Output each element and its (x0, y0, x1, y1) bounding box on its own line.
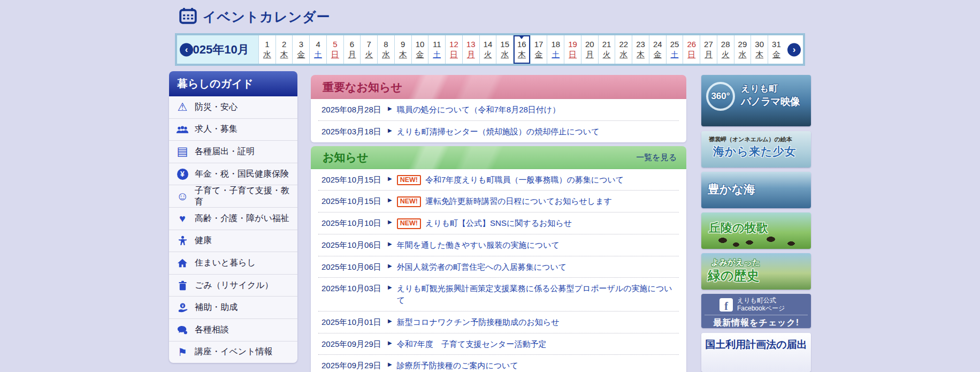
calendar-day-22[interactable]: 22水 (615, 35, 632, 64)
calendar-day-1[interactable]: 1水 (258, 35, 275, 64)
banner-panorama-video[interactable]: 360°えりも町パノラマ映像 (701, 75, 811, 126)
calendar-next-icon[interactable]: › (787, 43, 801, 56)
day-weekday: 木 (755, 50, 763, 60)
sidebar-item-label: 年金・税・国民健康保険 (195, 169, 289, 180)
calendar-day-19[interactable]: 19日 (564, 35, 581, 64)
calendar-day-9[interactable]: 9木 (394, 35, 411, 64)
bullet-arrow-icon: ▶ (388, 105, 392, 111)
banner-picture-book[interactable]: 襟裳岬（オンネエルム）の絵本海から来た少女 (701, 131, 811, 168)
banner-green-history[interactable]: よみがえった緑の歴史 (701, 253, 811, 290)
day-weekday: 日 (450, 50, 458, 60)
day-weekday: 土 (433, 50, 441, 60)
banner-rich-sea[interactable]: 豊かな海 (701, 172, 811, 208)
sidebar-item-10[interactable]: ¥補助・助成 (169, 296, 297, 318)
banner-pastoral-hills[interactable]: 丘陵の牧歌 (701, 212, 811, 249)
calendar-day-26[interactable]: 26日 (683, 35, 700, 64)
calendar-day-18[interactable]: 18土 (547, 35, 564, 64)
facebook-row: fえりも町公式Facebookページ (701, 294, 811, 315)
calendar-day-25[interactable]: 25土 (666, 35, 683, 64)
calendar-day-7[interactable]: 7火 (360, 35, 377, 64)
calendar-day-8[interactable]: 8水 (377, 35, 394, 64)
calendar-day-17[interactable]: 17金 (530, 35, 547, 64)
calendar-day-27[interactable]: 27月 (700, 35, 717, 64)
day-weekday: 水 (263, 50, 271, 60)
sidebar-item-label: 子育て・子育て支援・教育 (195, 185, 291, 208)
calendar-day-24[interactable]: 24金 (649, 35, 666, 64)
news-link[interactable]: 新型コロナワクチン予防接種助成のお知らせ (397, 316, 560, 328)
calendar-day-13[interactable]: 13月 (462, 35, 479, 64)
calendar-day-12[interactable]: 12日 (445, 35, 462, 64)
day-weekday: 土 (552, 50, 560, 60)
calendar-day-28[interactable]: 28火 (717, 35, 734, 64)
day-number: 7 (367, 40, 371, 50)
smiley-icon: ☺ (175, 189, 189, 203)
bullet-arrow-icon: ▶ (388, 219, 392, 225)
day-number: 30 (755, 40, 764, 50)
news-row: 2025年10月15日▶NEW!運転免許更新時講習の日程についてお知らせします (318, 191, 679, 212)
calendar-day-23[interactable]: 23木 (632, 35, 649, 64)
calendar-prev-icon[interactable]: ‹ (180, 43, 193, 56)
banner-land-use-notice[interactable]: 国土利用計画法の届出 (701, 333, 811, 372)
news-link[interactable]: 診療所予防接種のご案内について (397, 360, 518, 371)
day-weekday: 日 (687, 50, 695, 60)
sidebar-item-6[interactable]: ♥高齢・介護・障がい福祉 (169, 207, 297, 230)
main-column: 重要なお知らせ 2025年08月28日▶職員の処分について（令和7年8月28日付… (311, 75, 686, 372)
news-link[interactable]: 令和7年度 子育て支援センター活動予定 (397, 338, 547, 350)
news-link[interactable]: えりも町清掃センター（焼却施設）の焼却停止について (397, 126, 600, 138)
sidebar-item-3[interactable]: ▤各種届出・証明 (169, 140, 297, 163)
news-link[interactable]: 職員の処分について（令和7年8月28日付け） (397, 104, 560, 116)
news-link[interactable]: NEW!えりも町【公式】SNSに関するお知らせ (397, 217, 572, 229)
news-view-all-link[interactable]: 一覧を見る (636, 153, 686, 163)
sidebar-item-2[interactable]: 求人・募集 (169, 118, 297, 141)
new-badge: NEW! (397, 175, 421, 186)
news-link[interactable]: NEW!令和7年度えりも町職員（一般事務職）の募集について (397, 174, 624, 186)
calendar-day-29[interactable]: 29水 (734, 35, 751, 64)
subsidy-icon: ¥ (175, 302, 189, 313)
news-row: 2025年10月06日▶外国人就労者の町営住宅への入居募集について (318, 256, 679, 278)
calendar-day-14[interactable]: 14火 (479, 35, 496, 64)
sidebar-item-11[interactable]: 各種相談 (169, 318, 297, 341)
banner-facebook[interactable]: fえりも町公式Facebookページ最新情報をチェック! (701, 294, 811, 328)
sidebar-menu: ⚠防災・安心求人・募集▤各種届出・証明¥年金・税・国民健康保険☺子育て・子育て支… (169, 96, 297, 363)
sidebar-item-5[interactable]: ☺子育て・子育て支援・教育 (169, 185, 297, 207)
day-number: 19 (568, 40, 577, 50)
day-number: 26 (687, 40, 696, 50)
calendar-day-10[interactable]: 10金 (411, 35, 428, 64)
calendar-day-21[interactable]: 21火 (598, 35, 615, 64)
calendar-icon (179, 7, 197, 26)
calendar-day-16[interactable]: 16木 (513, 35, 530, 64)
day-weekday: 月 (586, 50, 594, 60)
calendar-day-5[interactable]: 5日 (326, 35, 343, 64)
calendar-day-31[interactable]: 31金 (768, 35, 785, 64)
calendar-day-15[interactable]: 15水 (496, 35, 513, 64)
calendar-day-4[interactable]: 4土 (309, 35, 326, 64)
calendar-day-2[interactable]: 2木 (275, 35, 293, 64)
sidebar-item-7[interactable]: 健康 (169, 230, 297, 252)
day-weekday: 木 (637, 50, 645, 60)
news-link[interactable]: えりも町観光振興計画策定支援業務に係る公募型プロポーザルの実施について (397, 283, 676, 306)
news-date: 2025年10月15日 (321, 195, 385, 207)
day-number: 21 (602, 40, 611, 50)
sidebar-item-9[interactable]: ごみ（リサイクル） (169, 274, 297, 297)
sidebar-item-8[interactable]: 住まいと暮らし (169, 252, 297, 274)
sidebar-item-1[interactable]: ⚠防災・安心 (169, 96, 297, 118)
banner-subtitle: 襟裳岬（オンネエルム）の絵本 (709, 135, 792, 143)
day-number: 2 (282, 40, 286, 50)
living-guide-sidebar: 暮らしのガイド ⚠防災・安心求人・募集▤各種届出・証明¥年金・税・国民健康保険☺… (169, 71, 297, 363)
sidebar-item-4[interactable]: ¥年金・税・国民健康保険 (169, 163, 297, 185)
day-number: 27 (704, 40, 713, 50)
news-link[interactable]: NEW!運転免許更新時講習の日程についてお知らせします (397, 195, 612, 207)
calendar-day-11[interactable]: 11土 (428, 35, 445, 64)
facebook-text: えりも町公式Facebookページ (737, 297, 785, 313)
news-link[interactable]: 外国人就労者の町営住宅への入居募集について (397, 261, 566, 273)
calendar-day-3[interactable]: 3金 (292, 35, 309, 64)
calendar-day-20[interactable]: 20月 (581, 35, 598, 64)
calendar-day-6[interactable]: 6月 (343, 35, 361, 64)
news-title: お知らせ (311, 150, 368, 165)
sidebar-item-12[interactable]: ⚑講座・イベント情報 (169, 341, 297, 363)
bullet-arrow-icon: ▶ (388, 318, 392, 324)
sidebar-item-label: 補助・助成 (195, 302, 238, 313)
day-number: 15 (500, 40, 509, 50)
calendar-day-30[interactable]: 30木 (751, 35, 768, 64)
news-link[interactable]: 年間を通した働きやすい服装の実施について (397, 239, 560, 251)
